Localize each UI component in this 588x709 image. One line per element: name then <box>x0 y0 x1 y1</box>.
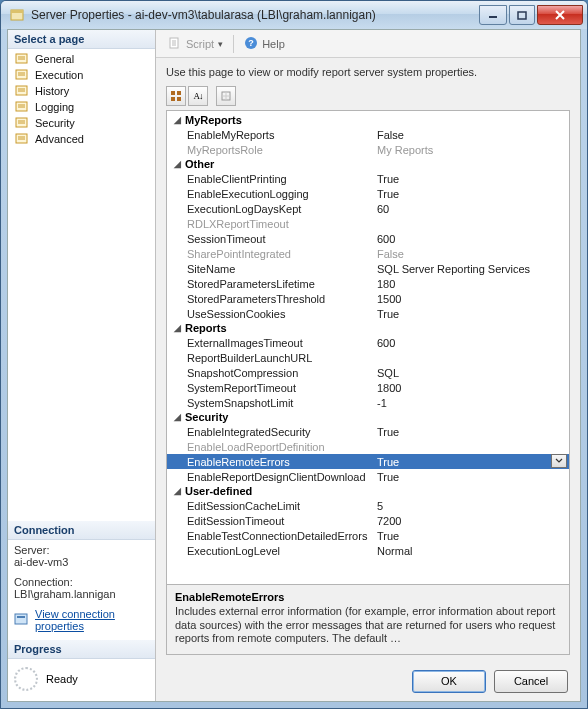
sidebar-item-execution[interactable]: Execution <box>12 67 151 83</box>
property-row[interactable]: StoredParametersLifetime180 <box>167 276 569 291</box>
group-header[interactable]: ◢Security <box>167 410 569 424</box>
svg-rect-3 <box>518 12 526 19</box>
property-value[interactable]: True <box>377 188 567 200</box>
property-row[interactable]: UseSessionCookiesTrue <box>167 306 569 321</box>
connection-label: Connection: <box>14 576 149 588</box>
svg-rect-16 <box>177 91 181 95</box>
sidebar-item-security[interactable]: Security <box>12 115 151 131</box>
svg-text:?: ? <box>248 38 254 48</box>
collapse-icon: ◢ <box>171 158 183 170</box>
property-value[interactable]: Normal <box>377 545 567 557</box>
property-row[interactable]: SiteNameSQL Server Reporting Services <box>167 261 569 276</box>
property-value[interactable]: True <box>377 456 567 468</box>
property-row[interactable]: EnableReportDesignClientDownloadTrue <box>167 469 569 484</box>
property-row[interactable]: RDLXReportTimeout <box>167 216 569 231</box>
property-value[interactable]: My Reports <box>377 144 567 156</box>
sidebar-item-general[interactable]: General <box>12 51 151 67</box>
property-value[interactable]: 60 <box>377 203 567 215</box>
property-row[interactable]: ExecutionLogLevelNormal <box>167 543 569 558</box>
sidebar: Select a page GeneralExecutionHistoryLog… <box>8 30 156 701</box>
property-value[interactable]: SQL Server Reporting Services <box>377 263 567 275</box>
property-row[interactable]: SystemSnapshotLimit-1 <box>167 395 569 410</box>
categorize-button[interactable] <box>166 86 186 106</box>
property-name: ExternalImagesTimeout <box>187 337 377 349</box>
sort-alpha-button[interactable]: A↓ <box>188 86 208 106</box>
property-row[interactable]: EnableClientPrintingTrue <box>167 171 569 186</box>
maximize-button[interactable] <box>509 5 535 25</box>
sidebar-header-progress: Progress <box>8 640 155 659</box>
property-row[interactable]: EnableRemoteErrorsTrue <box>167 454 569 469</box>
sidebar-item-advanced[interactable]: Advanced <box>12 131 151 147</box>
property-name: EnableTestConnectionDetailedErrors <box>187 530 377 542</box>
property-value[interactable]: SQL <box>377 367 567 379</box>
property-value[interactable]: False <box>377 248 567 260</box>
property-name: EditSessionTimeout <box>187 515 377 527</box>
property-value[interactable]: 180 <box>377 278 567 290</box>
property-value[interactable]: 600 <box>377 337 567 349</box>
property-row[interactable]: ExternalImagesTimeout600 <box>167 335 569 350</box>
property-row[interactable]: SnapshotCompressionSQL <box>167 365 569 380</box>
property-value[interactable]: True <box>377 308 567 320</box>
progress-spinner-icon <box>14 667 38 691</box>
property-row[interactable]: EnableMyReportsFalse <box>167 127 569 142</box>
property-row[interactable]: EnableExecutionLoggingTrue <box>167 186 569 201</box>
minimize-button[interactable] <box>479 5 507 25</box>
property-row[interactable]: EditSessionCacheLimit5 <box>167 498 569 513</box>
property-row[interactable]: ReportBuilderLaunchURL <box>167 350 569 365</box>
cancel-button[interactable]: Cancel <box>494 670 568 693</box>
ok-button[interactable]: OK <box>412 670 486 693</box>
property-value[interactable]: 1800 <box>377 382 567 394</box>
collapse-icon: ◢ <box>171 411 183 423</box>
help-button[interactable]: ? Help <box>240 34 289 54</box>
close-button[interactable] <box>537 5 583 25</box>
group-header[interactable]: ◢MyReports <box>167 113 569 127</box>
sidebar-header-select: Select a page <box>8 30 155 49</box>
property-row[interactable]: MyReportsRoleMy Reports <box>167 142 569 157</box>
property-row[interactable]: StoredParametersThreshold1500 <box>167 291 569 306</box>
property-value[interactable]: True <box>377 426 567 438</box>
sidebar-item-label: Security <box>35 117 75 129</box>
property-value[interactable]: True <box>377 530 567 542</box>
titlebar[interactable]: Server Properties - ai-dev-vm3\tabularas… <box>1 1 587 29</box>
script-button[interactable]: Script ▾ <box>164 34 227 54</box>
svg-rect-10 <box>15 614 27 624</box>
group-header[interactable]: ◢Reports <box>167 321 569 335</box>
property-row[interactable]: SystemReportTimeout1800 <box>167 380 569 395</box>
property-value[interactable]: False <box>377 129 567 141</box>
properties-icon <box>14 612 30 628</box>
page-icon <box>14 132 30 146</box>
group-header[interactable]: ◢Other <box>167 157 569 171</box>
property-name: SessionTimeout <box>187 233 377 245</box>
sidebar-item-history[interactable]: History <box>12 83 151 99</box>
property-row[interactable]: EditSessionTimeout7200 <box>167 513 569 528</box>
window-title: Server Properties - ai-dev-vm3\tabularas… <box>31 8 479 22</box>
property-value[interactable]: 5 <box>377 500 567 512</box>
property-row[interactable]: EnableIntegratedSecurityTrue <box>167 424 569 439</box>
property-row[interactable]: SharePointIntegratedFalse <box>167 246 569 261</box>
chevron-down-icon: ▾ <box>218 39 223 49</box>
property-name: EditSessionCacheLimit <box>187 500 377 512</box>
view-connection-properties-link[interactable]: View connection properties <box>35 608 149 632</box>
app-icon <box>9 7 25 23</box>
server-value: ai-dev-vm3 <box>14 556 149 568</box>
property-name: EnableClientPrinting <box>187 173 377 185</box>
property-row[interactable]: ExecutionLogDaysKept60 <box>167 201 569 216</box>
grid-toolbar: A↓ <box>156 86 580 110</box>
property-value[interactable]: True <box>377 471 567 483</box>
property-value[interactable]: -1 <box>377 397 567 409</box>
property-value[interactable]: True <box>377 173 567 185</box>
property-value[interactable]: 1500 <box>377 293 567 305</box>
group-header[interactable]: ◢User-defined <box>167 484 569 498</box>
sidebar-item-label: History <box>35 85 69 97</box>
property-row[interactable]: EnableLoadReportDefinition <box>167 439 569 454</box>
page-icon <box>14 84 30 98</box>
property-row[interactable]: SessionTimeout600 <box>167 231 569 246</box>
sidebar-item-label: Logging <box>35 101 74 113</box>
property-value[interactable]: 7200 <box>377 515 567 527</box>
sidebar-item-logging[interactable]: Logging <box>12 99 151 115</box>
properties-button[interactable] <box>216 86 236 106</box>
property-row[interactable]: EnableTestConnectionDetailedErrorsTrue <box>167 528 569 543</box>
dropdown-button[interactable] <box>551 454 567 468</box>
property-value[interactable]: 600 <box>377 233 567 245</box>
button-bar: OK Cancel <box>156 661 580 701</box>
